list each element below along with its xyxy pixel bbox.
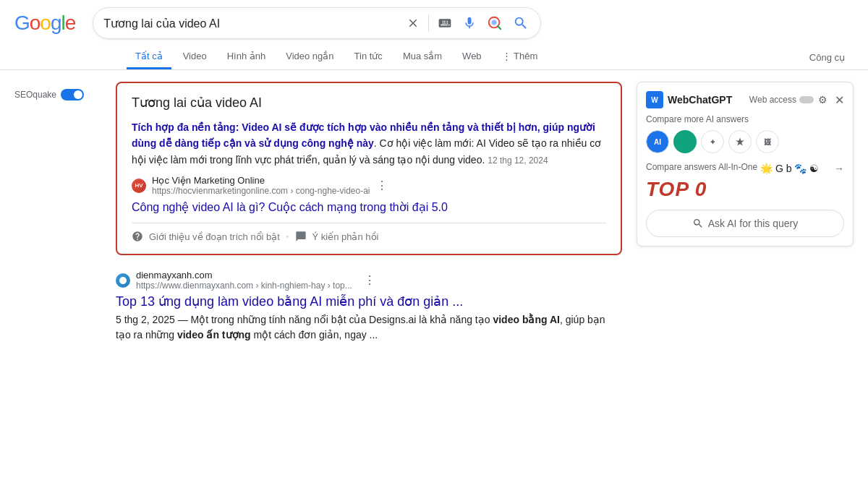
panel-title: WebChatGPT xyxy=(668,94,732,106)
tab-more[interactable]: ⋮ Thêm xyxy=(493,45,547,69)
webchatgpt-logo: W xyxy=(646,91,663,108)
source-more-options[interactable]: ⋮ xyxy=(376,179,388,192)
help-icon xyxy=(132,231,143,242)
seoquake-toggle[interactable] xyxy=(61,89,84,100)
search-icons xyxy=(405,14,530,33)
snippet-link[interactable]: Công nghệ video AI là gì? Cuộc cách mạng… xyxy=(132,201,448,213)
compare-all-label: Compare answers All-In-One xyxy=(646,162,757,172)
keyboard-button[interactable] xyxy=(436,14,454,32)
microphone-icon xyxy=(462,16,477,30)
clear-button[interactable] xyxy=(405,15,421,31)
search-bar[interactable] xyxy=(93,7,541,39)
search-small-icon xyxy=(692,218,704,229)
search-input[interactable] xyxy=(103,17,398,30)
ai-icon-ai[interactable]: AI xyxy=(646,130,669,153)
footer-help-text: Giới thiệu về đoạn trích nổi bật xyxy=(149,231,280,242)
arrow-right-icon[interactable]: → xyxy=(834,163,844,174)
results-area: Tương lai của video AI Tích hợp đa nền t… xyxy=(116,82,622,360)
result-source: dienmayxanh.com https://www.dienmayxanh.… xyxy=(116,270,622,291)
source-url: https://hocvienmarketingonline.com › con… xyxy=(152,186,370,196)
result-snippet-text: — Một trong những tính năng nổi bật của … xyxy=(116,314,605,341)
webchatgpt-panel: W WebChatGPT Web access ⚙ ✕ Compare more… xyxy=(637,82,854,247)
tab-video[interactable]: Video xyxy=(174,45,216,69)
web-access-toggle[interactable]: Web access xyxy=(749,95,814,105)
logo-g: G xyxy=(14,12,30,35)
seoquake-sidebar: SEOquake xyxy=(14,82,101,360)
panel-header: W WebChatGPT Web access ⚙ ✕ xyxy=(646,91,844,108)
snippet-date: 12 thg 12, 2024 xyxy=(488,155,548,166)
ai-icon-image[interactable]: 🖼 xyxy=(756,130,779,153)
result-title[interactable]: Top 13 ứng dụng làm video bằng AI miễn p… xyxy=(116,294,622,309)
snippet-body: Tích hợp đa nền tảng: Video AI sẽ được t… xyxy=(132,119,606,168)
result-favicon xyxy=(116,273,130,288)
result-more-options[interactable]: ⋮ xyxy=(364,273,375,287)
search-button[interactable] xyxy=(511,14,530,33)
search-icon xyxy=(513,15,529,31)
snippet-footer: Giới thiệu về đoạn trích nổi bật • Ý kiế… xyxy=(132,223,606,242)
close-icon[interactable]: ✕ xyxy=(835,93,844,107)
lens-button[interactable] xyxy=(485,14,504,33)
seoquake-text: SEOquake xyxy=(14,90,56,100)
clear-icon xyxy=(407,17,420,30)
source-info: Học Viện Marketing Online https://hocvie… xyxy=(152,175,370,196)
result-domain-info: dienmayxanh.com https://www.dienmayxanh.… xyxy=(136,270,352,291)
result-url: https://www.dienmayxanh.com › kinh-nghie… xyxy=(136,281,352,291)
nav-tabs: Tất cả Video Hình ảnh Video ngắn Tin tức… xyxy=(0,39,868,70)
chat-icon xyxy=(295,231,307,242)
snippet-source: HV Học Viện Marketing Online https://hoc… xyxy=(132,175,606,196)
compare-text: Compare more AI answers xyxy=(646,114,844,124)
google-logo: Google xyxy=(14,12,75,35)
tools-button[interactable]: Công cụ xyxy=(801,46,854,69)
header: Google xyxy=(0,0,868,39)
top0-badge: TOP 0 xyxy=(646,178,844,201)
brand-icons-row: 🌟 G b 🐾 ☯ xyxy=(760,163,819,174)
seoquake-label: SEOquake xyxy=(14,89,84,100)
logo-g2: g xyxy=(51,12,61,35)
ai-icons-row: AI ✦ 🖼 xyxy=(646,130,844,153)
main-content: SEOquake Tương lai của video AI Tích hợp… xyxy=(0,70,868,372)
svg-line-1 xyxy=(498,26,501,29)
ai-icon-sparkle[interactable] xyxy=(728,130,752,153)
tab-all[interactable]: Tất cả xyxy=(127,45,171,69)
result-domain: dienmayxanh.com xyxy=(136,270,352,281)
voice-button[interactable] xyxy=(461,14,478,32)
source-name: Học Viện Marketing Online xyxy=(152,175,370,186)
keyboard-icon xyxy=(438,16,452,30)
divider xyxy=(428,14,429,32)
source-favicon: HV xyxy=(132,179,146,193)
snippet-title: Tương lai của video AI xyxy=(132,95,606,111)
result-item-1: dienmayxanh.com https://www.dienmayxanh.… xyxy=(116,270,622,343)
logo-e: e xyxy=(65,12,76,35)
result-date: 5 thg 2, 2025 xyxy=(116,314,175,325)
tab-shorts[interactable]: Video ngắn xyxy=(277,45,342,69)
result-snippet: 5 thg 2, 2025 — Một trong những tính năn… xyxy=(116,312,622,343)
tab-shopping[interactable]: Mua sắm xyxy=(394,45,451,69)
ai-icon-star[interactable]: ✦ xyxy=(701,130,724,153)
web-access-dot[interactable] xyxy=(799,96,814,103)
logo-o1: o xyxy=(30,12,41,35)
footer-separator: • xyxy=(286,231,289,242)
web-access-label: Web access xyxy=(749,95,796,105)
lens-icon xyxy=(487,15,503,31)
ask-ai-button[interactable]: Ask AI for this query xyxy=(646,210,844,237)
ai-icon-gpt[interactable] xyxy=(673,130,697,153)
gear-icon[interactable]: ⚙ xyxy=(818,94,827,106)
tab-news[interactable]: Tin tức xyxy=(346,45,391,69)
compare-all-row: Compare answers All-In-One 🌟 G b 🐾 ☯ → xyxy=(646,162,844,175)
tab-images[interactable]: Hình ảnh xyxy=(218,45,275,69)
footer-feedback-text: Ý kiến phản hồi xyxy=(312,231,379,242)
tab-web[interactable]: Web xyxy=(454,45,490,69)
featured-snippet: Tương lai của video AI Tích hợp đa nền t… xyxy=(116,82,622,255)
ask-ai-label: Ask AI for this query xyxy=(708,218,799,229)
logo-o2: o xyxy=(40,12,51,35)
